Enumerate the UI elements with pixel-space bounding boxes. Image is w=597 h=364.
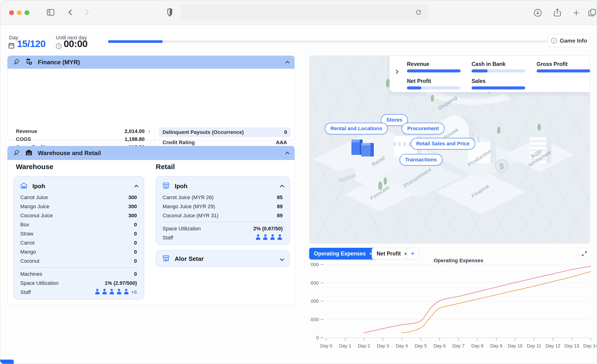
tab-overview-icon[interactable] [588,8,597,17]
collapse-warehouse-card-icon[interactable] [134,185,138,189]
machines-row: Machines0 [14,269,144,279]
pin-icon[interactable] [13,149,20,157]
metric-bar-fill [407,86,421,90]
collapse-warehouse-retail-icon[interactable] [285,152,289,156]
reload-icon[interactable] [415,9,422,16]
retail-product-row: Mango Juice (MYR 29)89 [156,202,290,211]
day-progress-track [108,40,547,43]
divider [20,267,137,268]
pin-icon[interactable] [13,58,20,66]
alor-setar-card-header[interactable]: Alor Setar [156,250,290,267]
retail-product-row: Coconut Juice (MYR 31)89 [156,211,290,220]
warehouse-card-ipoh: Ipoh Carrot Juice300 Mango Juice300 Coco… [14,176,144,300]
retail-heading: Retail [156,163,175,171]
finance-row: Revenue2,014.00↑ [16,127,151,135]
finance-row: COGS1,198.80 [16,135,151,143]
browser-window: Day 15/120 Until next day 00:00 Game Inf… [0,0,597,364]
rental-and-locations-pill-button[interactable]: Rental and Locations [325,123,388,134]
metric-bar [471,69,525,72]
address-bar[interactable] [181,5,428,20]
warehouse-building-icon [20,182,28,190]
metric-bar-fill [407,69,461,72]
svg-text:Day 14: Day 14 [583,343,597,349]
minimize-window-button[interactable] [17,10,22,15]
privacy-shield-icon[interactable] [165,7,175,17]
person-icon [116,289,122,294]
inventory-row: Carrot Juice300 [14,193,144,202]
inventory-row: Mango0 [14,247,144,256]
zoom-window-button[interactable] [24,10,29,15]
metric-bar [407,86,461,90]
expand-alor-setar-icon[interactable] [280,257,284,261]
metric-label: Sales [471,78,486,84]
collapse-finance-icon[interactable] [285,61,289,65]
inventory-row: Mango Juice300 [14,202,144,211]
person-icon [270,234,275,240]
game-map-canvas[interactable]: $ Retail Shipping Warehouse Procurement … [309,55,590,244]
coins-icon: $ [25,58,33,66]
collapse-retail-card-icon[interactable] [280,185,284,189]
retail-product-row: Carrot Juice (MYR 26)85 [156,193,290,202]
svg-text:5500: 5500 [310,317,319,322]
svg-text:22000: 22000 [310,262,319,267]
inventory-row: Coconut0 [14,256,144,265]
inventory-row: Straw0 [14,229,144,238]
finance-row: Credit RatingAAA [159,139,291,146]
transactions-pill-button[interactable]: Transactions [400,154,442,166]
svg-text:Day 2: Day 2 [358,343,370,349]
operating-expenses-chart: 05500110001650022000Day 0Day 1Day 2Day 3… [310,256,597,356]
svg-text:0: 0 [316,335,319,340]
svg-text:16500: 16500 [310,281,319,286]
person-icon [102,289,108,294]
tree-icon [384,177,387,185]
space-utilization-row: Space Utilization1% (2.97/500) [14,279,144,288]
svg-text:Day 13: Day 13 [564,343,579,349]
retail-card-header[interactable]: Ipoh [156,176,290,193]
forward-icon[interactable] [82,8,91,16]
retail-card-title: Ipoh [175,182,276,190]
metric-label: Revenue [407,61,429,67]
sidebar-icon[interactable] [46,8,55,17]
info-icon [550,37,557,44]
metric-label: Gross Profit [537,61,568,67]
downloads-icon[interactable] [533,8,542,17]
staff-icons [254,234,283,241]
staff-icons [93,289,129,296]
warehouse-card-header[interactable]: Ipoh [14,176,144,193]
person-icon [123,289,129,294]
collapse-metrics-icon[interactable] [394,70,398,74]
finance-panel-title: Finance (MYR) [38,59,281,66]
staff-extra-count: +6 [131,289,137,295]
new-tab-icon[interactable] [572,9,581,17]
staff-row: Staff +6 [14,288,144,297]
retail-sales-and-price-pill-button[interactable]: Retail Sales and Price [411,138,475,150]
coins-illustration: $ [495,159,508,173]
svg-text:Day 10: Day 10 [508,343,522,349]
tree-icon [431,95,434,102]
svg-text:Day 5: Day 5 [415,343,427,349]
countdown-value: 00:00 [64,38,87,49]
person-icon [94,289,100,294]
space-utilization-row: Space Utilization2% (0.87/50) [156,224,290,233]
svg-text:Day 3: Day 3 [377,343,389,349]
divider [163,222,283,222]
retail-card-alor-setar[interactable]: Alor Setar [156,250,290,267]
close-window-button[interactable] [9,10,14,15]
share-icon[interactable] [552,8,562,17]
procurement-pill-button[interactable]: Procurement [401,123,445,134]
svg-text:Day 11: Day 11 [527,343,541,349]
warehouse-card-title: Ipoh [32,182,130,190]
person-icon [262,234,268,240]
metric-bar [407,69,461,72]
metric-bar [471,86,525,90]
game-info-button[interactable]: Game Info [548,34,590,47]
browser-toolbar [0,0,597,25]
metric-label: Net Profit [407,78,431,84]
person-icon [255,234,261,240]
back-icon[interactable] [66,8,75,16]
tree-icon [538,124,541,131]
finance-panel-header[interactable]: $ Finance (MYR) [8,56,295,69]
warehouse-retail-panel-header[interactable]: Warehouse and Retail [8,146,295,160]
person-icon [277,234,283,240]
svg-text:Day 4: Day 4 [396,343,408,349]
